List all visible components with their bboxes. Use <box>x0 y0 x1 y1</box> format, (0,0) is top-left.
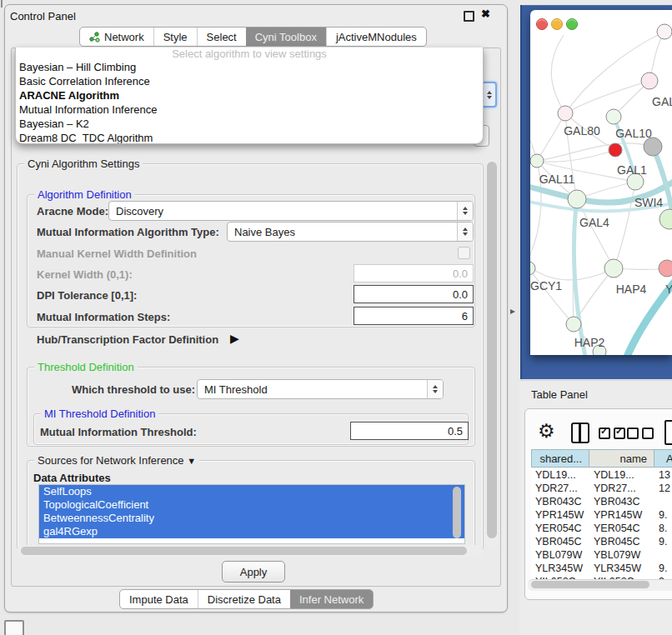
network-canvas[interactable]: GAL GAL80 GAL10 GAL1 GAL11 GAL4 SWI4 GCY… <box>530 10 672 355</box>
node-label: GCY1 <box>530 279 562 292</box>
table-hscrollbar[interactable] <box>531 581 649 588</box>
settings-hscrollbar[interactable] <box>21 547 467 555</box>
table-card: ⚙ ✓ ✓ shared... name A YDL19...YDL19...1… <box>524 408 672 600</box>
dropdown-item[interactable]: Bayesian – Hill Climbing <box>16 60 483 74</box>
node-label: GAL1 <box>617 163 647 177</box>
tab-impute-data[interactable]: Impute Data <box>120 590 198 608</box>
node-gal11[interactable] <box>530 154 544 168</box>
tab-select[interactable]: Select <box>197 28 246 46</box>
tab-style[interactable]: Style <box>153 28 197 46</box>
table-row[interactable]: YPR145WYPR145W9. <box>531 508 672 522</box>
table-row[interactable]: YDL19...YDL19...13 <box>531 468 672 482</box>
divider-handle-icon[interactable] <box>510 309 515 314</box>
table-header-row: shared... name A <box>531 449 672 468</box>
dropdown-item[interactable]: Basic Correlation Inference <box>16 74 483 88</box>
node-hap4[interactable] <box>604 259 623 278</box>
close-icon[interactable]: ✖ <box>481 8 490 20</box>
combo-stepper-icon <box>427 380 443 398</box>
settings-scrollbar[interactable] <box>487 162 497 538</box>
bottom-tabbar: Impute Data Discretize Data Infer Networ… <box>119 589 374 609</box>
column-header-partial[interactable]: A <box>654 449 672 468</box>
mi-steps-field[interactable]: 6 <box>354 307 474 325</box>
minimized-panel-icon[interactable] <box>4 620 24 635</box>
node-gal-partial[interactable] <box>641 72 658 89</box>
tab-cyni-toolbox[interactable]: Cyni Toolbox <box>246 28 326 46</box>
network-icon <box>89 32 100 42</box>
control-panel-title: Control Panel <box>10 10 76 22</box>
dropdown-item[interactable]: Dream8 DC_TDC Algorithm <box>16 131 483 144</box>
mi-type-label: Mutual Information Algorithm Type: <box>37 226 219 238</box>
tab-discretize-data[interactable]: Discretize Data <box>198 590 290 608</box>
dpi-tolerance-field[interactable]: 0.0 <box>354 285 474 303</box>
node-hap2[interactable] <box>566 317 581 332</box>
node-top-partial[interactable] <box>657 24 672 39</box>
which-threshold-label: Which threshold to use: <box>72 383 195 396</box>
kernel-width-label: Kernel Width (0,1): <box>37 268 133 281</box>
manual-kernel-label: Manual Kernel Width Definition <box>37 248 197 260</box>
node-label: GAL80 <box>564 124 600 138</box>
aracne-mode-combo[interactable]: Discovery <box>108 201 474 221</box>
dropdown-item-aracne[interactable]: ARACNE Algorithm <box>16 88 483 102</box>
screen: Control Panel ✖ Network Style Select Cyn… <box>0 0 672 635</box>
network-window: GAL GAL80 GAL10 GAL1 GAL11 GAL4 SWI4 GCY… <box>530 10 672 355</box>
algorithm-definition-title: Algorithm Definition <box>34 188 135 201</box>
hub-definition-label: Hub/Transcription Factor Definition <box>37 333 218 346</box>
page-icon[interactable] <box>664 420 672 445</box>
collapsed-arrow-icon[interactable]: ▶ <box>230 332 239 345</box>
combo-stepper-icon <box>457 202 473 220</box>
table-row[interactable]: YBR045CYBR045C9. <box>531 535 672 548</box>
node-red[interactable] <box>609 143 622 157</box>
sources-title: Sources for Network Inference ▼ <box>34 454 199 467</box>
threshold-definition-title: Threshold Definition <box>34 361 138 373</box>
node-gray[interactable] <box>644 138 662 156</box>
table-row[interactable]: YER054CYER054C8. <box>531 522 672 535</box>
column-header-shared-name[interactable]: shared... <box>531 449 589 468</box>
columns-icon[interactable] <box>571 422 589 443</box>
mi-threshold-title: MI Threshold Definition <box>41 408 158 420</box>
mi-type-combo[interactable]: Naive Bayes <box>227 222 474 242</box>
dropdown-item[interactable]: Bayesian – K2 <box>16 117 483 131</box>
gear-icon[interactable]: ⚙ <box>538 422 555 441</box>
node-gal80[interactable] <box>558 106 573 121</box>
node-label: GAL <box>652 95 672 108</box>
node-label: GAL11 <box>539 172 575 186</box>
chrome-tick <box>1 0 3 8</box>
node-label: Y <box>665 282 672 296</box>
attribute-item[interactable]: BetweennessCentrality <box>39 512 464 525</box>
attribute-item[interactable]: SelfLoops <box>39 485 464 498</box>
tab-network[interactable]: Network <box>80 28 153 46</box>
combo-stepper-icon <box>457 222 473 241</box>
mi-threshold-field[interactable]: 0.5 <box>350 422 469 440</box>
attribute-item[interactable]: gal4RGexp <box>39 525 464 538</box>
node-gal10[interactable] <box>606 109 621 124</box>
dropdown-item[interactable]: Mutual Information Inference <box>16 102 483 117</box>
manual-kernel-checkbox[interactable] <box>458 247 470 259</box>
node-gcy1[interactable] <box>530 262 535 275</box>
which-threshold-combo[interactable]: MI Threshold <box>197 379 444 399</box>
node-swi4[interactable] <box>659 209 672 229</box>
node-label: SWI4 <box>634 196 663 209</box>
table-body: YDL19...YDL19...13 YDR27...YDR27...12 YB… <box>531 468 672 588</box>
node-salmon[interactable] <box>659 260 672 277</box>
attributes-list-scrollbar[interactable] <box>453 487 461 538</box>
expanded-arrow-icon[interactable]: ▼ <box>187 456 196 466</box>
kernel-width-field[interactable]: 0.0 <box>354 264 474 282</box>
tab-jactivemnodules[interactable]: jActiveMNodules <box>326 28 426 46</box>
aracne-mode-label: Aracne Mode: <box>37 205 108 218</box>
data-attributes-label: Data Attributes <box>33 472 111 484</box>
mi-steps-label: Mutual Information Steps: <box>37 311 170 323</box>
float-window-icon[interactable] <box>464 11 474 22</box>
table-row[interactable]: YBR043CYBR043C <box>531 495 672 508</box>
tab-infer-network[interactable]: Infer Network <box>290 590 373 608</box>
table-row[interactable]: YDR27...YDR27...12 <box>531 482 672 495</box>
deselect-all-checks-icon[interactable] <box>627 428 654 439</box>
node-gal4[interactable] <box>568 190 586 208</box>
apply-button[interactable]: Apply <box>222 561 285 582</box>
divider <box>519 380 672 381</box>
table-row[interactable]: YBL079WYBL079W <box>531 548 672 562</box>
table-row[interactable]: YLR345WYLR345W9. <box>531 562 672 575</box>
column-header-name[interactable]: name <box>589 449 654 468</box>
node-label: GAL10 <box>615 127 652 140</box>
attribute-item[interactable]: TopologicalCoefficient <box>39 498 464 512</box>
select-all-checks-icon[interactable]: ✓ ✓ <box>599 428 625 439</box>
